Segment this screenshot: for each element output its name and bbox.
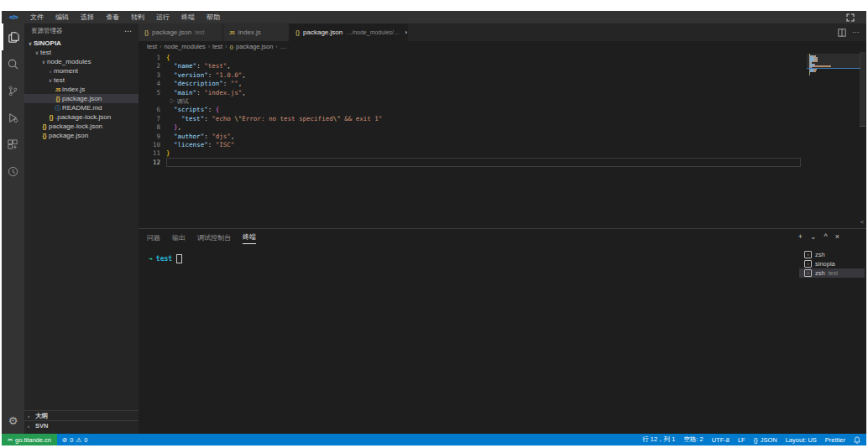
panel-tab-调试控制台[interactable]: 调试控制台: [197, 233, 231, 244]
status-item[interactable]: Prettier: [825, 436, 845, 444]
tree-item[interactable]: {}package-lock.json: [24, 122, 139, 131]
editor-tab[interactable]: JSindex.js: [223, 23, 290, 41]
status-item[interactable]: LF: [738, 436, 745, 444]
minimap-slider[interactable]: [807, 54, 860, 69]
expand-icon[interactable]: [846, 13, 855, 22]
gear-icon[interactable]: ⚙: [8, 414, 18, 427]
sidebar-section-SVN[interactable]: ›SVN: [24, 420, 139, 430]
terminal-list-item[interactable]: ›zsh: [799, 250, 865, 259]
panel-tab-输出[interactable]: 输出: [172, 233, 186, 244]
code-line[interactable]: 5 "main": "index.js",: [139, 89, 866, 97]
search-icon[interactable]: [2, 50, 24, 77]
clock-extension-icon[interactable]: [2, 158, 24, 185]
code-line[interactable]: 8 },: [139, 123, 866, 132]
menu-item-转到[interactable]: 转到: [125, 13, 150, 22]
code-line[interactable]: 2 "name": "test",: [139, 62, 866, 70]
extensions-icon[interactable]: [2, 131, 24, 158]
panel-tabs: 问题输出调试控制台终端: [139, 229, 866, 247]
breadcrumb-item[interactable]: test: [212, 43, 222, 50]
tree-item[interactable]: ∨node_modules: [24, 57, 139, 66]
code-line[interactable]: 10 "license": "ISC": [139, 141, 866, 149]
breadcrumb-item[interactable]: node_modules: [164, 43, 205, 50]
tree-item[interactable]: ∨test: [24, 48, 139, 57]
debug-codelens[interactable]: ▷ 调试: [166, 97, 189, 106]
chevron-icon: ∨: [40, 59, 47, 65]
code-line[interactable]: 9 "author": "djs",: [139, 133, 866, 141]
panel-tab-终端[interactable]: 终端: [243, 232, 256, 244]
breadcrumb-separator: ›: [225, 44, 227, 49]
editor-tab[interactable]: {}package.jsontest: [139, 23, 223, 41]
codelens-row[interactable]: ▷ 调试: [139, 97, 866, 106]
editor-tab[interactable]: {}package.json…/node_modules/…×: [290, 23, 408, 41]
maximize-panel-icon[interactable]: ^: [824, 232, 828, 241]
close-panel-icon[interactable]: ×: [835, 232, 839, 241]
new-terminal-icon[interactable]: +: [798, 232, 803, 241]
editor-scrollbar[interactable]: [859, 52, 866, 227]
menu-item-终端[interactable]: 终端: [175, 13, 201, 22]
sidebar-section-大纲[interactable]: ›大纲: [24, 410, 139, 420]
bell-icon[interactable]: [854, 436, 860, 444]
terminal-list-item[interactable]: ›zshtest: [799, 268, 865, 278]
menu-item-查看[interactable]: 查看: [100, 13, 125, 22]
terminal[interactable]: → test ›zsh›sinopia›zshtest: [139, 247, 866, 434]
chevron-right-icon: ›: [28, 414, 35, 419]
code-line[interactable]: 11}: [139, 149, 866, 158]
more-actions-icon[interactable]: ⋯: [852, 29, 859, 36]
breadcrumb: test›node_modules›test›{}package.json›…: [139, 41, 866, 52]
panel-tab-问题[interactable]: 问题: [147, 233, 160, 244]
chevron-icon: ›: [47, 69, 54, 74]
tree-item-label: test: [40, 49, 51, 56]
remote-indicator[interactable]: >< go.titande.cn: [2, 434, 57, 445]
close-icon[interactable]: ×: [405, 29, 408, 36]
run-debug-icon[interactable]: [2, 104, 24, 131]
explorer-icon[interactable]: [2, 23, 24, 50]
status-item[interactable]: Layout: US: [786, 436, 817, 444]
tab-label: index.js: [238, 29, 261, 36]
code-line[interactable]: 4 "description": "",: [139, 80, 866, 88]
line-number: 9: [139, 133, 166, 141]
js-file-icon: JS: [54, 87, 62, 92]
status-item[interactable]: UTF-8: [712, 436, 729, 444]
code-line[interactable]: 1{: [139, 54, 866, 62]
split-editor-icon[interactable]: [838, 29, 846, 37]
status-text: 行 12，列 1: [642, 435, 675, 444]
breadcrumb-separator: ›: [208, 44, 210, 49]
more-actions-icon[interactable]: ⋯: [124, 27, 132, 35]
tree-item[interactable]: {}package.json: [24, 94, 139, 103]
breadcrumb-item[interactable]: …: [280, 43, 287, 50]
tree-item[interactable]: {}.package-lock.json: [24, 112, 139, 122]
line-content: }: [166, 149, 170, 158]
terminal-list-item[interactable]: ›sinopia: [799, 259, 865, 268]
status-item[interactable]: 空格: 2: [683, 435, 703, 444]
menu-item-运行[interactable]: 运行: [150, 13, 175, 22]
tree-item[interactable]: ∨SINOPIA: [24, 39, 139, 48]
code-line[interactable]: 7 "test": "echo \"Error: no test specifi…: [139, 115, 866, 123]
breadcrumb-item[interactable]: package.json: [236, 43, 273, 50]
status-item[interactable]: [854, 436, 860, 444]
status-item[interactable]: 行 12，列 1: [642, 435, 675, 444]
minimap[interactable]: [809, 54, 858, 76]
tree-item[interactable]: JSindex.js: [24, 85, 139, 94]
code-line[interactable]: 12: [139, 159, 866, 167]
code-editor[interactable]: 1{2 "name": "test",3 "version": "1.0.0",…: [139, 52, 866, 228]
code-line[interactable]: 6 "scripts": {: [139, 106, 866, 114]
status-item[interactable]: {} JSON: [754, 436, 777, 444]
code-line[interactable]: 3 "version": "1.0.0",: [139, 71, 866, 80]
problems-indicator[interactable]: ⊘ 0 ⚠ 0: [57, 436, 92, 444]
menu-item-编辑[interactable]: 编辑: [50, 13, 75, 22]
tree-item[interactable]: {}package.json: [24, 131, 139, 140]
source-control-icon[interactable]: [2, 77, 24, 104]
menu-item-选择[interactable]: 选择: [75, 13, 100, 22]
json-file-icon: {}: [229, 44, 233, 49]
breadcrumb-item[interactable]: test: [147, 43, 157, 50]
menu-item-帮助[interactable]: 帮助: [201, 13, 226, 22]
sidebar-header: 资源管理器 ⋯: [24, 23, 139, 39]
tree-item[interactable]: ⓘREADME.md: [24, 103, 139, 112]
file-tree: ∨SINOPIA∨test∨node_modules›moment∨testJS…: [24, 39, 139, 140]
dropdown-icon[interactable]: ⌄: [810, 232, 817, 241]
status-text: LF: [738, 436, 745, 444]
tree-item[interactable]: ∨test: [24, 76, 139, 85]
status-bar: >< go.titande.cn ⊘ 0 ⚠ 0 行 12，列 1空格: 2UT…: [2, 434, 866, 445]
menu-item-文件[interactable]: 文件: [24, 13, 50, 22]
tree-item[interactable]: ›moment: [24, 66, 139, 76]
